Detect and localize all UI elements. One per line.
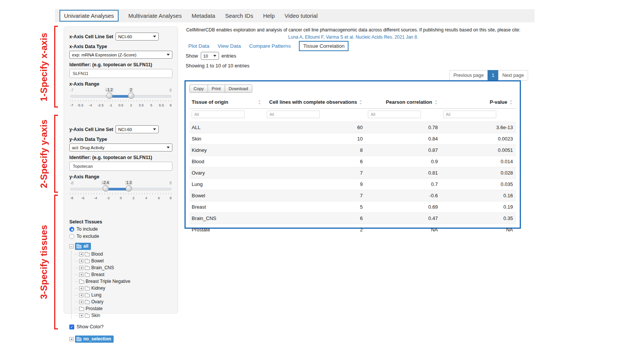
x-data-type-select[interactable]: exp: mRNA Expression (Z-Score) <box>69 51 172 59</box>
x-cell-line-set-select[interactable]: NCI-60 <box>116 33 159 41</box>
expand-icon[interactable] <box>79 259 83 263</box>
show-color-label: Show Color? <box>77 324 104 329</box>
include-radio-row[interactable]: To include <box>69 226 172 232</box>
table-row[interactable]: Brain_CNS 6 0.47 0.35 <box>189 213 516 224</box>
table-row[interactable]: Lung 9 0.7 0.035 <box>189 179 516 190</box>
tree-node-all-label: all <box>83 243 88 249</box>
expand-icon[interactable] <box>69 337 73 341</box>
col-pearson-correlation[interactable]: Pearson correlation <box>366 96 441 109</box>
expand-icon[interactable] <box>79 314 83 318</box>
x-identifier-input[interactable] <box>69 69 172 78</box>
y-range-handle-from[interactable] <box>102 185 109 192</box>
radio-unselected-icon[interactable] <box>69 234 74 239</box>
y-range-slider[interactable]: -8 8 -2.4 1.3 -8 -6 -4 -2 0 2 4 6 8 <box>70 181 172 202</box>
tree-node-all[interactable]: all <box>69 242 172 251</box>
tree-node-label: Brain_CNS <box>91 265 114 270</box>
cell-tissue: ALL <box>189 122 264 133</box>
nav-help[interactable]: Help <box>263 12 275 19</box>
y-cell-line-set-select[interactable]: NCI-60 <box>116 125 159 133</box>
expand-icon[interactable] <box>79 252 83 256</box>
x-range-handle-from[interactable] <box>106 92 113 99</box>
tree-node-breast-triple-negative[interactable]: Breast Triple Negative <box>75 278 172 285</box>
expand-icon[interactable] <box>79 300 83 304</box>
previous-page-button[interactable]: Previous page <box>449 70 488 81</box>
x-range-slider[interactable]: -7 8 -1.2 2 -7 -5.5 -4 -2.5 -1 0.5 2 3.5… <box>70 88 172 109</box>
citation-link[interactable]: Luna A, Elloumi F, Varma S et al. Nuclei… <box>186 34 521 40</box>
tree-node-brain-cns[interactable]: Brain_CNS <box>75 264 172 271</box>
tissue-tree: all Blood Bowel Brain_CNS <box>69 242 172 319</box>
tree-node-ovary[interactable]: Ovary <box>75 298 172 305</box>
tree-node-bowel[interactable]: Bowel <box>75 257 172 264</box>
table-row[interactable]: Ovary 7 0.81 0.028 <box>189 167 516 179</box>
x-range-label: x-Axis Range <box>69 81 172 87</box>
table-row[interactable]: Kidney 8 0.87 0.0051 <box>189 145 516 156</box>
expand-icon[interactable] <box>79 273 83 277</box>
filter-p-value-input[interactable] <box>443 111 496 118</box>
nav-multivariate-analyses[interactable]: Multivariate Analyses <box>128 12 182 19</box>
table-row[interactable]: Bowel 7 -0.6 0.16 <box>189 190 516 201</box>
cell-tissue: Blood <box>189 156 264 167</box>
exclude-radio-row[interactable]: To exclude <box>69 234 172 239</box>
tree-node-all-chip[interactable]: all <box>75 243 91 250</box>
tree-node-prostate[interactable]: Prostate <box>75 305 172 312</box>
table-row[interactable]: Blood 6 0.9 0.014 <box>189 156 516 167</box>
page-size-select[interactable]: 10 <box>201 52 219 60</box>
checkbox-checked-icon[interactable] <box>69 325 74 329</box>
filter-cell-lines-input[interactable] <box>267 111 320 118</box>
page-1-button[interactable]: 1 <box>488 70 499 81</box>
tree-node-breast[interactable]: Breast <box>75 271 172 278</box>
table-row[interactable]: Skin 10 0.84 0.0023 <box>189 133 516 145</box>
show-color-row[interactable]: Show Color? <box>69 324 172 329</box>
radio-selected-icon[interactable] <box>69 227 74 232</box>
sort-icon[interactable] <box>510 100 513 105</box>
filter-pearson-input[interactable] <box>368 111 421 118</box>
print-button[interactable]: Print <box>208 84 225 93</box>
sort-icon[interactable] <box>258 100 261 105</box>
nav-univariate-analyses[interactable]: Univariate Analyses <box>59 10 119 22</box>
table-row[interactable]: Breast 5 0.69 0.19 <box>189 201 516 213</box>
col-p-value[interactable]: P-value <box>441 96 516 109</box>
next-page-button[interactable]: Next page <box>498 70 528 81</box>
tab-plot-data[interactable]: Plot Data <box>188 43 209 49</box>
copy-button[interactable]: Copy <box>189 84 208 93</box>
tab-view-data[interactable]: View Data <box>218 43 241 49</box>
y-data-type-select[interactable]: act: Drug Activity <box>69 144 172 151</box>
tree-node-kidney[interactable]: Kidney <box>75 285 172 292</box>
tree-node-no-selection-chip[interactable]: no_selection <box>75 335 114 343</box>
col-cell-lines[interactable]: Cell lines with complete observations <box>264 96 366 109</box>
tree-node-skin[interactable]: Skin <box>75 312 172 319</box>
nav-metadata[interactable]: Metadata <box>192 12 216 19</box>
nav-video-tutorial[interactable]: Video tutorial <box>284 12 317 19</box>
table-row[interactable]: Prostate 2 NA NA <box>189 224 516 236</box>
expand-icon[interactable] <box>79 293 83 297</box>
tree-node-blood[interactable]: Blood <box>75 251 172 257</box>
sort-icon[interactable] <box>435 100 438 105</box>
expand-icon[interactable] <box>79 286 83 290</box>
nav-search-ids[interactable]: Search IDs <box>225 12 253 19</box>
table-header-row: Tissue of origin Cell lines with complet… <box>189 96 516 109</box>
tissue-correlation-table-panel: Copy Print Download Tissue of origin Ce <box>184 80 521 229</box>
tree-node-no-selection[interactable]: no_selection <box>69 335 172 343</box>
cell-tissue: Prostate <box>189 224 264 236</box>
y-identifier-input[interactable] <box>69 162 172 171</box>
filter-tissue-input[interactable] <box>192 111 245 118</box>
cell-pearson: 0.87 <box>366 145 441 156</box>
tab-compare-patterns[interactable]: Compare Patterns <box>249 43 291 49</box>
table-row[interactable]: ALL 60 0.78 3.6e-13 <box>189 122 516 133</box>
cell-p-value: 0.028 <box>441 167 516 179</box>
citation-block: CellMinerCDB enables exploration and ana… <box>186 27 521 40</box>
cell-pearson: 0.81 <box>366 167 441 179</box>
tick-label: 8 <box>170 103 172 107</box>
tree-node-lung[interactable]: Lung <box>75 292 172 298</box>
x-range-min: -7 <box>70 88 73 92</box>
x-range-handle-to[interactable] <box>128 92 134 99</box>
x-data-type-value: exp: mRNA Expression (Z-Score) <box>72 53 136 57</box>
col-tissue-of-origin[interactable]: Tissue of origin <box>189 96 264 109</box>
y-range-handle-to[interactable] <box>126 185 132 192</box>
download-button[interactable]: Download <box>225 84 252 93</box>
tab-tissue-correlation[interactable]: Tissue Correlation <box>299 41 349 51</box>
y-data-type-label: y-Axis Data Type <box>69 137 172 142</box>
collapse-icon[interactable] <box>69 244 73 248</box>
sort-icon[interactable] <box>359 100 363 105</box>
expand-icon[interactable] <box>79 266 83 270</box>
